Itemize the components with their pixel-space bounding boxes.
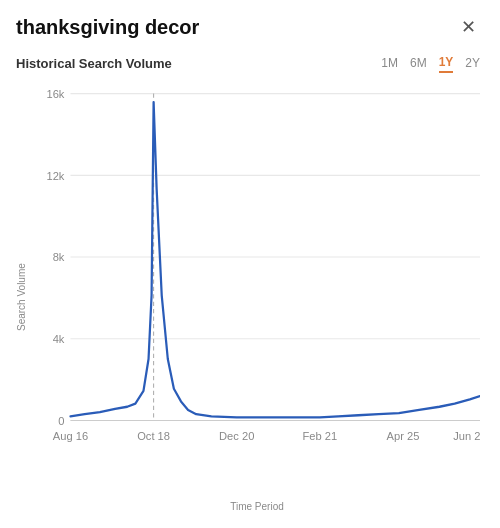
header: thanksgiving decor ✕: [16, 16, 480, 39]
filter-1y[interactable]: 1Y: [439, 53, 454, 73]
svg-text:Oct 18: Oct 18: [137, 429, 170, 441]
svg-text:Apr 25: Apr 25: [387, 429, 420, 441]
filter-2y[interactable]: 2Y: [465, 54, 480, 72]
chart-area: Search Volume 16k 12k 8k 4k 0: [16, 83, 480, 512]
filter-6m[interactable]: 6M: [410, 54, 427, 72]
svg-text:16k: 16k: [46, 88, 64, 100]
svg-text:Jun 27: Jun 27: [453, 429, 480, 441]
close-button[interactable]: ✕: [457, 16, 480, 38]
filter-1m[interactable]: 1M: [381, 54, 398, 72]
svg-text:Feb 21: Feb 21: [303, 429, 338, 441]
line-chart: 16k 12k 8k 4k 0 Aug 16 Oct 18 Dec 20 Feb…: [34, 83, 480, 497]
time-filter-group: 1M 6M 1Y 2Y: [381, 53, 480, 73]
svg-text:8k: 8k: [53, 251, 65, 263]
svg-text:Aug 16: Aug 16: [53, 429, 88, 441]
svg-text:12k: 12k: [46, 169, 64, 181]
chart-inner: 16k 12k 8k 4k 0 Aug 16 Oct 18 Dec 20 Feb…: [34, 83, 480, 512]
svg-text:4k: 4k: [53, 333, 65, 345]
subheader: Historical Search Volume 1M 6M 1Y 2Y: [16, 53, 480, 73]
chart-line: [70, 102, 480, 417]
main-container: thanksgiving decor ✕ Historical Search V…: [0, 0, 500, 528]
section-title: Historical Search Volume: [16, 56, 172, 71]
chart-svg-area: 16k 12k 8k 4k 0 Aug 16 Oct 18 Dec 20 Feb…: [34, 83, 480, 497]
svg-text:0: 0: [58, 415, 64, 427]
y-axis-label: Search Volume: [16, 83, 34, 512]
page-title: thanksgiving decor: [16, 16, 199, 39]
x-axis-label: Time Period: [34, 501, 480, 512]
svg-text:Dec 20: Dec 20: [219, 429, 254, 441]
